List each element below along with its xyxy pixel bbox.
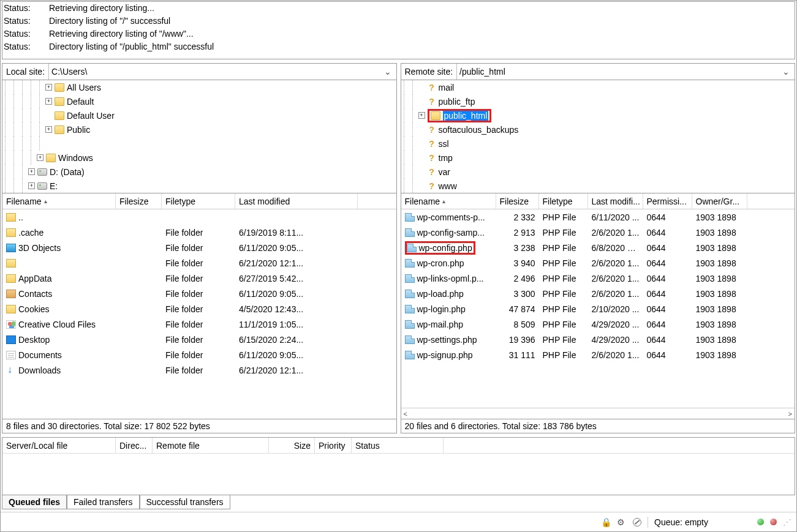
file-type: File folder [162,274,235,283]
expander-icon[interactable]: + [28,182,35,189]
chevron-down-icon[interactable]: ⌄ [777,67,795,77]
column-header[interactable]: Server/Local file [2,438,116,453]
expander-icon[interactable]: + [45,126,52,133]
column-header[interactable]: Permissi... [643,193,692,209]
file-row[interactable]: CookiesFile folder4/5/2020 12:43... [2,301,396,317]
tree-item[interactable]: ?ssl [401,137,795,151]
file-row[interactable]: AppDataFile folder6/27/2019 5:42... [2,271,396,286]
tree-item[interactable]: ?www [401,179,795,193]
remote-tree[interactable]: ?mail?public_ftp+public_html?softaculous… [401,80,796,193]
file-row[interactable]: 3D ObjectsFile folder6/11/2020 9:05... [2,240,396,255]
file-row[interactable]: wp-load.php3 300PHP File2/6/2020 1...064… [401,286,795,301]
file-row[interactable]: .. [2,209,396,225]
tree-item[interactable]: ?public_ftp [401,94,795,108]
local-site-input[interactable] [49,64,379,80]
file-row[interactable]: DownloadsFile folder6/21/2020 12:1... [2,362,396,378]
file-size: 3 238 [496,243,539,253]
file-panels: Local site: ⌄ +All Users+DefaultDefault … [2,63,795,433]
tree-item[interactable]: +Windows [2,151,396,165]
speed-limit-icon[interactable] [633,518,641,526]
column-header[interactable]: Owner/Gr... [692,193,747,209]
tab-failed-transfers[interactable]: Failed transfers [67,495,139,509]
tab-successful-transfers[interactable]: Successful transfers [140,495,230,509]
log-label: Status: [4,28,49,40]
file-row[interactable]: wp-mail.php8 509PHP File4/29/2020 ...064… [401,317,795,332]
question-icon: ? [428,153,436,163]
column-header[interactable]: Size [269,438,315,453]
tree-item[interactable]: ?softaculous_backups [401,122,795,137]
remote-site-input[interactable] [457,64,777,80]
file-row[interactable]: wp-config-samp...2 913PHP File2/6/2020 1… [401,225,795,240]
file-modified: 2/6/2020 1... [588,258,643,268]
tree-item[interactable]: +Public [2,122,396,137]
column-header[interactable]: Status [352,438,444,453]
file-row[interactable]: File folder6/21/2020 12:1... [2,255,396,271]
column-header[interactable]: Remote file [153,438,269,453]
tree-item-label: public_html [443,111,489,121]
file-row[interactable]: DocumentsFile folder6/11/2020 9:05... [2,347,396,362]
column-header[interactable]: Direc... [116,438,153,453]
file-row[interactable]: ContactsFile folder6/11/2020 9:05... [2,286,396,301]
file-row[interactable]: DesktopFile folder6/15/2020 2:24... [2,332,396,347]
file-modified: 2/6/2020 1... [588,350,643,360]
resize-grip-icon[interactable]: ⋰ [783,517,790,527]
file-row[interactable]: wp-settings.php19 396PHP File4/29/2020 .… [401,332,795,347]
file-row[interactable]: wp-comments-p...2 332PHP File6/11/2020 .… [401,209,795,225]
status-log[interactable]: Status:Retrieving directory listing...St… [2,1,795,59]
column-header[interactable]: Last modified [235,193,358,209]
remote-site-field[interactable]: ⌄ [456,64,795,80]
expander-icon[interactable]: + [45,84,52,91]
file-size: 2 332 [496,212,539,222]
tree-item[interactable]: +public_html [401,108,795,122]
column-header[interactable]: Last modifi... [588,193,643,209]
file-row[interactable]: wp-cron.php3 940PHP File2/6/2020 1...064… [401,255,795,271]
column-header[interactable]: Filetype [539,193,588,209]
expander-icon[interactable]: + [28,168,35,175]
column-header[interactable]: Filename▴ [401,193,496,209]
local-file-list[interactable]: Filename▴FilesizeFiletypeLast modified..… [2,193,396,419]
tree-item[interactable]: +D: (Data) [2,165,396,179]
column-header[interactable]: Filetype [162,193,235,209]
column-header[interactable]: Filesize [116,193,162,209]
local-tree[interactable]: +All Users+DefaultDefault User+Public+Wi… [2,80,397,193]
tree-item[interactable]: +All Users [2,80,396,94]
tree-item[interactable]: Default User [2,108,396,122]
tree-item-label: Default [67,97,94,107]
file-row[interactable]: wp-config.php3 238PHP File6/8/2020 3:...… [401,240,795,255]
file-list-header[interactable]: Filename▴FilesizeFiletypeLast modified [2,193,396,209]
tree-item[interactable]: ?mail [401,80,795,94]
file-row[interactable]: wp-links-opml.p...2 496PHP File2/6/2020 … [401,271,795,286]
expander-icon[interactable]: + [37,154,43,161]
column-header[interactable]: Filesize [496,193,539,209]
column-header[interactable]: Filename▴ [2,193,116,209]
remote-hscroll[interactable]: <> [401,408,795,419]
file-row[interactable]: wp-login.php47 874PHP File2/10/2020 ...0… [401,301,795,317]
file-row[interactable]: wp-signup.php31 111PHP File2/6/2020 1...… [401,347,795,362]
transfer-queue[interactable]: Server/Local fileDirec...Remote fileSize… [2,437,795,495]
file-list-header[interactable]: Filename▴FilesizeFiletypeLast modifi...P… [401,193,795,209]
expander-icon[interactable]: + [45,98,52,105]
chevron-down-icon[interactable]: ⌄ [379,67,396,77]
gear-icon[interactable]: ⚙ [617,517,627,527]
expander-icon[interactable]: + [418,112,425,119]
file-owner: 1903 1898 [692,304,747,314]
column-header[interactable]: Priority [315,438,352,453]
file-name: wp-login.php [417,304,466,314]
local-site-label: Local site: [2,67,48,77]
tree-item[interactable]: +E: [2,179,396,193]
lock-icon[interactable]: 🔒 [601,517,611,527]
tab-queued-files[interactable]: Queued files [2,495,67,509]
tree-item[interactable] [2,137,396,151]
file-row[interactable]: .cacheFile folder6/19/2019 8:11... [2,225,396,240]
log-row: Status:Directory listing of "/" successf… [2,15,795,28]
file-name: Documents [18,350,62,360]
tree-item[interactable]: +Default [2,94,396,108]
local-site-field[interactable]: ⌄ [48,64,396,80]
file-row[interactable]: Creative Cloud FilesFile folder11/1/2019… [2,317,396,332]
local-panel: Local site: ⌄ +All Users+DefaultDefault … [2,63,397,433]
tree-item[interactable]: ?var [401,165,795,179]
activity-led-green [757,519,764,525]
tree-item[interactable]: ?tmp [401,151,795,165]
file-type: PHP File [539,289,588,299]
remote-file-list[interactable]: Filename▴FilesizeFiletypeLast modifi...P… [401,193,795,408]
